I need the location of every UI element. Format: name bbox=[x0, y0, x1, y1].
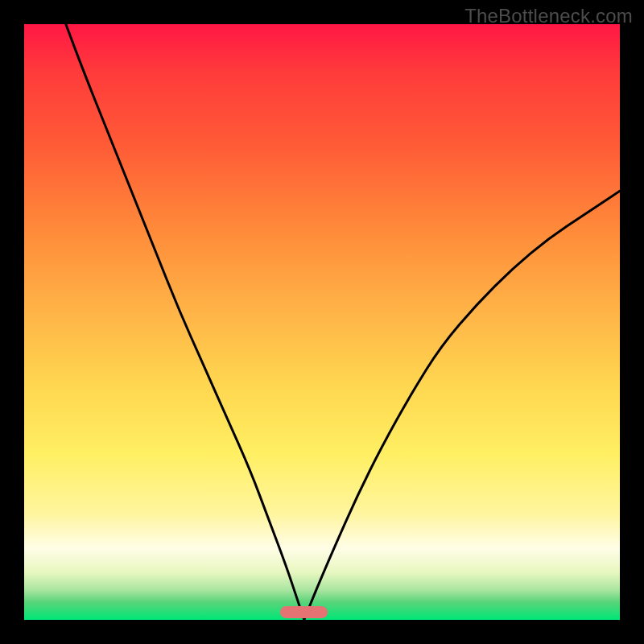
bottleneck-curve bbox=[66, 24, 620, 620]
curve-svg bbox=[24, 24, 620, 620]
optimal-marker bbox=[280, 606, 328, 618]
plot-area bbox=[24, 24, 620, 620]
chart-frame: TheBottleneck.com bbox=[0, 0, 644, 644]
